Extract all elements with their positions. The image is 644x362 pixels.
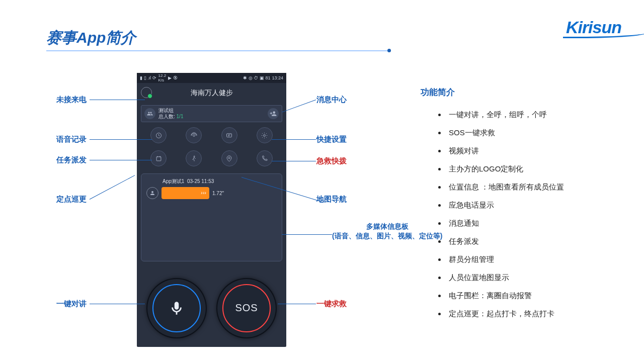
walk-icon[interactable]	[186, 150, 202, 166]
status-icons: ✱ ◎ ⏱ ▣ 81	[243, 75, 270, 80]
callout-ptt: 一键对讲	[56, 299, 87, 309]
group-name: 测试组	[158, 108, 183, 114]
slide: 赛事App简介 Kirisun ▮ ▯ .ıl ⟳ 12.2K/s ▶ ⦿ ✱ …	[0, 0, 644, 362]
big-buttons: SOS	[137, 269, 286, 347]
leader	[90, 100, 145, 100]
callout-map-nav: 地图导航	[316, 195, 347, 204]
voice-message[interactable]: ››› 1.72"	[146, 187, 277, 199]
feature-item: 应急电话显示	[447, 195, 564, 213]
add-member-icon[interactable]	[268, 108, 279, 119]
brand-logo: Kirisun	[566, 18, 621, 37]
svg-point-1	[193, 134, 195, 136]
app-title: 海南万人健步	[191, 88, 233, 98]
svg-rect-2	[227, 133, 232, 137]
leader	[272, 139, 316, 140]
callout-task-send: 任务派发	[56, 155, 87, 165]
feature-item: 人员位置地图显示	[447, 267, 564, 286]
message-icon[interactable]	[221, 127, 237, 143]
callout-board: 多媒体信息板 (语音、信息、图片、视频、定位等)	[332, 222, 442, 241]
msg-meta: App测试1 03-25 11:53	[163, 178, 277, 185]
leader	[90, 175, 135, 200]
avatar-icon[interactable]	[141, 87, 152, 98]
features-list: 一键对讲，全呼，组呼，个呼 SOS一键求救 视频对讲 主办方的LOGO定制化 位…	[447, 105, 564, 322]
title-dot	[387, 49, 391, 52]
svg-point-3	[264, 134, 266, 136]
ptt-ring	[152, 284, 201, 332]
leader	[90, 304, 145, 304]
app-bar: 海南万人健步	[137, 83, 286, 103]
feature-item: 主办方的LOGO定制化	[447, 159, 564, 177]
callout-msg-center: 消息中心	[316, 95, 347, 105]
group-count: 1/1	[177, 114, 184, 119]
voice-duration: 1.72"	[212, 191, 224, 196]
broadcast-icon[interactable]	[186, 127, 202, 143]
leader	[282, 234, 332, 235]
features-title: 功能简介	[421, 86, 455, 98]
calendar-icon[interactable]	[150, 150, 167, 166]
mic-icon	[168, 300, 185, 317]
feature-item: 位置信息 ：地图查看所有成员位置	[447, 177, 564, 195]
leader	[278, 304, 316, 304]
callout-emergency-dial: 急救快拨	[316, 156, 347, 166]
status-bar: ▮ ▯ .ıl ⟳ 12.2K/s ▶ ⦿ ✱ ◎ ⏱ ▣ 81 13:24	[137, 73, 286, 83]
group-meta: 测试组 总人数: 1/1	[158, 108, 183, 120]
callout-sos: 一键求救	[316, 299, 347, 309]
msg-time: 03-25 11:53	[187, 178, 214, 184]
callout-settings: 快捷设置	[316, 135, 347, 144]
msg-user: App测试1	[163, 178, 184, 184]
group-icon	[144, 108, 155, 119]
phone-frame: ▮ ▯ .ıl ⟳ 12.2K/s ▶ ⦿ ✱ ◎ ⏱ ▣ 81 13:24 海…	[137, 73, 286, 347]
brand-swoosh	[563, 32, 644, 38]
group-row[interactable]: 测试组 总人数: 1/1	[141, 105, 282, 122]
feature-item: 定点巡更：起点打卡，终点打卡	[447, 304, 564, 322]
group-count-label: 总人数:	[158, 114, 175, 119]
leader	[90, 160, 152, 160]
leader	[272, 161, 316, 161]
phone-icon[interactable]	[257, 150, 273, 166]
title-underline	[46, 50, 388, 51]
svg-point-6	[228, 157, 230, 158]
feature-item: 消息通知	[447, 213, 564, 231]
feature-item: 一键对讲，全呼，组呼，个呼	[447, 105, 564, 123]
tool-grid	[141, 127, 282, 166]
status-time: 13:24	[272, 75, 283, 80]
feature-item: 群员分组管理	[447, 249, 564, 267]
status-left: ▮ ▯ .ıl ⟳ 12.2K/s ▶ ⦿	[140, 73, 178, 82]
callout-voice-log: 语音记录	[56, 135, 87, 144]
voice-bubble: ›››	[162, 187, 209, 199]
feature-item: SOS一键求救	[447, 123, 564, 141]
feature-item: 视频对讲	[447, 141, 564, 159]
feature-item: 电子围栏：离圈自动报警	[447, 286, 564, 304]
svg-rect-4	[156, 156, 161, 160]
ptt-button[interactable]	[146, 278, 207, 338]
history-icon[interactable]	[150, 127, 167, 143]
message-board: App测试1 03-25 11:53 ››› 1.72"	[141, 173, 282, 261]
callout-patrol: 定点巡更	[56, 195, 87, 204]
leader	[90, 139, 152, 140]
sos-label: SOS	[235, 302, 258, 314]
callout-missed-call: 未接来电	[56, 95, 87, 105]
user-icon	[146, 187, 158, 199]
gear-icon[interactable]	[257, 127, 273, 143]
svg-point-5	[194, 156, 195, 157]
feature-item: 任务派发	[447, 231, 564, 249]
sos-button[interactable]: SOS	[216, 278, 277, 338]
page-title: 赛事App简介	[46, 28, 136, 48]
sos-ring: SOS	[222, 284, 271, 332]
leader	[282, 100, 316, 113]
location-icon[interactable]	[221, 150, 237, 166]
